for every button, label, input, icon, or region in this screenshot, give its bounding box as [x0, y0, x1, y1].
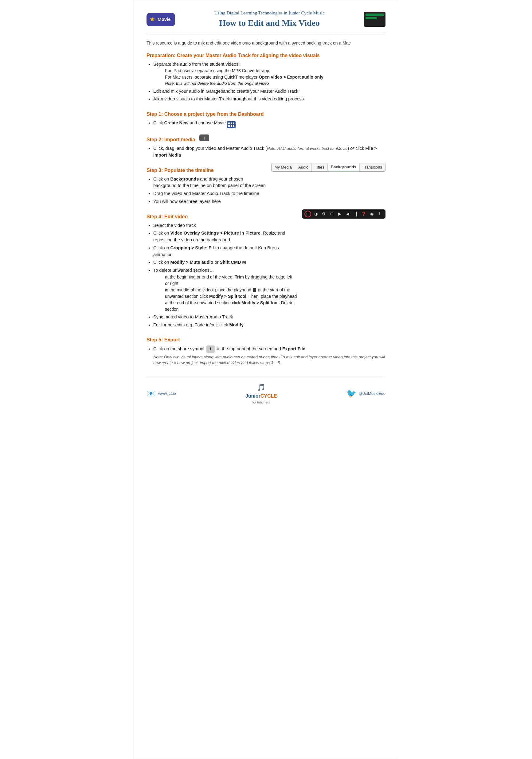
page: ★ iMovie Using Digital Learning Technolo…: [134, 0, 398, 759]
brand-sub: for teachers: [245, 400, 277, 405]
header: ★ iMovie Using Digital Learning Technolo…: [146, 10, 386, 34]
step4-modify2: Modify > Split tool.: [241, 300, 280, 305]
logo-text: JuniorCYCLE for teachers: [245, 392, 277, 405]
cell: [233, 125, 234, 127]
step4-toolbar-container: □ ◑ ⚙ ⊡ ▶ ◀ ▐ ❓ ◉ ℹ: [302, 209, 386, 219]
step4-row: Step 4: Edit video Select the video trac…: [146, 208, 386, 331]
step4-trim: Trim: [235, 274, 244, 279]
step5-export: Export File: [282, 346, 305, 351]
step4-content: Step 4: Edit video Select the video trac…: [146, 208, 297, 331]
cell: [231, 125, 232, 127]
cell: [228, 125, 230, 127]
list-item: Click on Backgrounds and drag your chose…: [153, 176, 266, 189]
list-item: Sync muted video to Master Audio Track: [153, 314, 297, 321]
et-circle-icon: ◉: [368, 211, 375, 218]
list-item: Click on the share symbol ⬆ at the top r…: [153, 345, 386, 366]
list-item: Click Create New and choose Movie: [153, 120, 386, 128]
tb-titles[interactable]: Titles: [312, 163, 328, 172]
step1-text-pre: Click: [153, 120, 164, 125]
footer-twitter: 🐦 @JctMusicEdu: [347, 387, 386, 399]
preparation-list: Separate the audio from the student vide…: [153, 61, 386, 103]
step1-list: Click Create New and choose Movie: [153, 120, 386, 128]
et-clip-icon: □: [305, 211, 311, 218]
list-item: Align video visuals to this Master Track…: [153, 96, 386, 102]
list-item: For further edits e.g. Fade in/out: clic…: [153, 322, 297, 329]
music-note-icon: 🎵: [257, 383, 266, 391]
tb-backgrounds[interactable]: Backgrounds: [328, 163, 360, 172]
movie-icon: [227, 121, 236, 128]
list-item: Select the video track: [153, 222, 297, 229]
header-screenshot: [364, 12, 386, 27]
intro-text: This resource is a guide to mix and edit…: [146, 40, 386, 46]
header-titles: Using Digital Learning Technologies in J…: [175, 10, 364, 29]
share-icon: ⬆: [206, 345, 215, 353]
indent-note: Note: this will not delete the audio fro…: [165, 80, 386, 87]
step4-bold4: Shift CMD M: [220, 260, 246, 265]
indent-mac: For Mac users: separate using QuickTime …: [165, 74, 386, 80]
twitter-icon: 🐦: [347, 387, 356, 399]
step2-heading: Step 2: Import media: [146, 136, 195, 143]
step2-note: Note: AAC audio format works best for iM…: [267, 146, 348, 151]
et-help-icon: ❓: [360, 211, 367, 218]
movie-icon-inner: [228, 123, 234, 127]
brand-main: JuniorCYCLE: [245, 393, 277, 399]
step1-text-post: and choose Movie: [188, 120, 227, 125]
et-bars-icon: ▐: [352, 211, 359, 218]
ss-bar-1: [365, 14, 384, 16]
share-box-icon: ⬆: [209, 346, 212, 352]
list-item: You will now see three layers here: [153, 198, 266, 205]
cell: [233, 123, 234, 124]
brand-accent: CYCLE: [261, 393, 277, 399]
et-pencil-icon: ◑: [312, 211, 319, 218]
step5-note: Note: Only two visual layers along with …: [153, 354, 386, 366]
step2-heading-row: Step 2: Import media ↓: [146, 131, 386, 145]
step4-indent2: in the middle of the video: place the pl…: [165, 287, 297, 313]
footer-logo: 🎵 JuniorCYCLE for teachers: [245, 382, 277, 405]
footer-website: 📧 www.jct.ie: [146, 388, 176, 399]
imovie-badge: ★ iMovie: [146, 13, 175, 26]
header-left: ★ iMovie: [146, 13, 175, 26]
import-icon: ↓: [199, 135, 209, 141]
step3-heading: Step 3: Populate the timeline: [146, 167, 266, 174]
list-item: Click on Cropping > Style: Fit to change…: [153, 245, 297, 258]
et-info-icon: ℹ: [376, 211, 383, 218]
list-item: Drag the video and Master Audio Track to…: [153, 190, 266, 197]
list-item: To delete unwanted sections… at the begi…: [153, 267, 297, 313]
tb-audio[interactable]: Audio: [295, 163, 312, 172]
list-item: Separate the audio from the student vide…: [153, 61, 386, 87]
footer: 📧 www.jct.ie 🎵 JuniorCYCLE for teachers …: [146, 377, 386, 405]
preparation-heading: Preparation: Create your Master Audio Tr…: [146, 52, 386, 59]
cell: [228, 123, 230, 124]
ss-bar-2: [365, 17, 377, 20]
step1-bold: Create New: [164, 120, 188, 125]
step4-bold2: Cropping > Style: Fit: [171, 245, 214, 250]
twitter-handle: @JctMusicEdu: [359, 390, 386, 397]
list-item: Click on Video Overlay Settings > Pictur…: [153, 230, 297, 244]
tb-mymedia[interactable]: My Media: [271, 163, 295, 172]
et-settings-icon: ⚙: [320, 211, 327, 218]
step4-bold1: Video Overlay Settings > Picture in Pict…: [171, 231, 261, 235]
list-item: Edit and mix your audio in Garageband to…: [153, 88, 386, 95]
et-crop-icon: ⊡: [328, 211, 335, 218]
star-icon: ★: [149, 15, 154, 24]
media-toolbar: My Media Audio Titles Backgrounds Transi…: [271, 163, 386, 172]
step4-indent1: at the beginning or end of the video: Tr…: [165, 274, 297, 287]
step5-heading: Step 5: Export: [146, 336, 386, 343]
header-title: How to Edit and Mix Video: [175, 17, 364, 29]
cell: [231, 123, 232, 124]
playhead-icon: [253, 288, 256, 292]
step3-list: Click on Backgrounds and drag your chose…: [153, 176, 266, 205]
step4-modify3: Modify: [229, 322, 244, 327]
list-item: Click on Modify > Mute audio or Shift CM…: [153, 259, 297, 266]
step1-heading: Step 1: Choose a project type from the D…: [146, 110, 264, 118]
step3-row: Step 3: Populate the timeline Click on B…: [146, 161, 386, 208]
header-subtitle: Using Digital Learning Technologies in J…: [175, 10, 364, 17]
step3-content: Step 3: Populate the timeline Click on B…: [146, 161, 266, 208]
step2-list: Click, drag, and drop your video and Mas…: [153, 145, 386, 159]
website-text: www.jct.ie: [158, 390, 176, 397]
edit-toolbar: □ ◑ ⚙ ⊡ ▶ ◀ ▐ ❓ ◉ ℹ: [302, 209, 386, 219]
step3-toolbar-container: My Media Audio Titles Backgrounds Transi…: [271, 162, 386, 172]
tb-transitions[interactable]: Transitions: [360, 163, 385, 172]
step5-list: Click on the share symbol ⬆ at the top r…: [153, 345, 386, 366]
list-item: Click, drag, and drop your video and Mas…: [153, 145, 386, 159]
